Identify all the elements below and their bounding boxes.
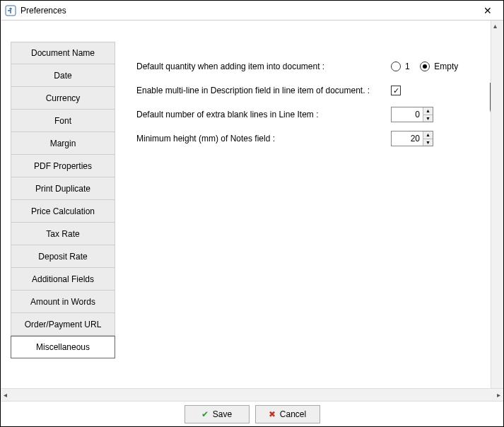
blank-lines-down[interactable]: ▼: [423, 115, 433, 122]
blank-lines-spinner[interactable]: ▲ ▼: [391, 107, 433, 122]
horizontal-scrollbar[interactable]: ◂ ▸: [1, 388, 503, 401]
sidebar-item-print-duplicate[interactable]: Print Duplicate: [11, 177, 115, 200]
blank-lines-input[interactable]: [392, 107, 423, 122]
app-icon: [5, 5, 16, 16]
check-icon: ✔: [201, 409, 209, 419]
sidebar-item-miscellaneous[interactable]: Miscellaneous: [11, 336, 115, 358]
sidebar-item-margin[interactable]: Margin: [11, 132, 115, 155]
sidebar-item-deposit-rate[interactable]: Deposit Rate: [11, 245, 115, 268]
sidebar-item-pdf[interactable]: PDF Properties: [11, 155, 115, 177]
multiline-label: Enable multi-line in Description field i…: [136, 86, 391, 95]
notes-height-spinner[interactable]: ▲ ▼: [391, 131, 433, 146]
sidebar-item-date[interactable]: Date: [11, 64, 115, 87]
multiline-checkbox[interactable]: ✓: [391, 86, 401, 95]
radio-quantity-1-label: 1: [405, 62, 410, 71]
sidebar-item-additional-fields[interactable]: Additional Fields: [11, 268, 115, 291]
radio-quantity-empty-label: Empty: [434, 62, 458, 71]
sidebar-item-currency[interactable]: Currency: [11, 87, 115, 110]
sidebar-item-price-calc[interactable]: Price Calculation: [11, 200, 115, 223]
cancel-button[interactable]: ✖ Cancel: [255, 405, 320, 423]
scroll-up-icon: ▴: [493, 22, 497, 30]
notes-height-label: Minimum height (mm) of Notes field :: [136, 134, 391, 144]
sidebar-item-order-url[interactable]: Order/Payment URL: [11, 313, 115, 336]
sidebar-item-document-name[interactable]: Document Name: [11, 42, 115, 64]
notes-height-up[interactable]: ▲: [423, 131, 433, 139]
default-quantity-label: Default quantity when adding item into d…: [136, 62, 391, 71]
sidebar-item-tax-rate[interactable]: Tax Rate: [11, 223, 115, 245]
sidebar-item-font[interactable]: Font: [11, 110, 115, 132]
notes-height-down[interactable]: ▼: [423, 139, 433, 146]
vertical-scrollbar[interactable]: ▴: [491, 21, 503, 388]
sidebar-item-amount-words[interactable]: Amount in Words: [11, 291, 115, 313]
blank-lines-up[interactable]: ▲: [423, 107, 433, 115]
content-pane: Default quantity when adding item into d…: [115, 21, 491, 388]
notes-height-input[interactable]: [392, 131, 423, 146]
radio-quantity-empty[interactable]: [420, 62, 430, 71]
scroll-left-icon: ◂: [4, 391, 7, 399]
cancel-icon: ✖: [269, 409, 276, 419]
radio-quantity-1[interactable]: [391, 62, 401, 71]
window-title: Preferences: [20, 6, 476, 16]
blank-lines-label: Default number of extra blank lines in L…: [136, 110, 391, 119]
close-button[interactable]: ✕: [476, 5, 499, 16]
sidebar: Document Name Date Currency Font Margin …: [1, 21, 115, 388]
scroll-right-icon: ▸: [497, 391, 500, 399]
save-button-label: Save: [213, 409, 232, 419]
cancel-button-label: Cancel: [280, 409, 306, 419]
save-button[interactable]: ✔ Save: [184, 405, 250, 423]
